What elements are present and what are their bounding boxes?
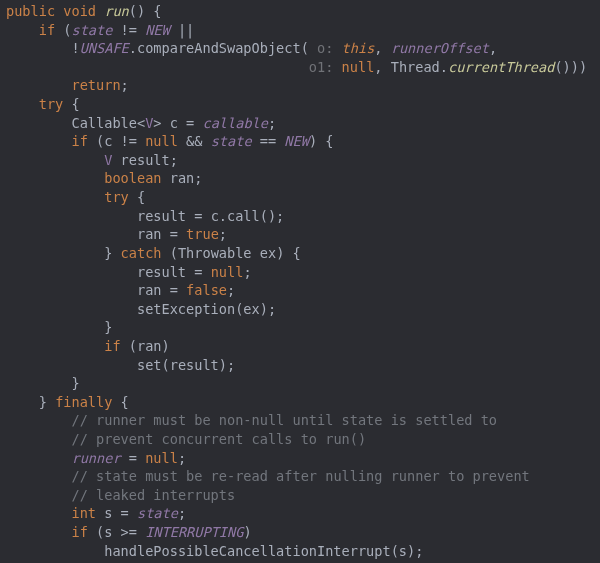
const-interrupting: INTERRUPTING — [145, 524, 243, 540]
fn-handle: handlePossibleCancellationInterrupt — [104, 543, 390, 559]
kw-true: true — [186, 226, 219, 242]
fn-setException: setException — [137, 301, 235, 317]
fn-set: set — [137, 357, 162, 373]
const-new-1: NEW — [145, 22, 170, 38]
kw-int: int — [71, 505, 96, 521]
kw-void: void — [63, 3, 96, 19]
const-new-2: NEW — [284, 133, 309, 149]
kw-if-3: if — [104, 338, 120, 354]
field-state-2: state — [211, 133, 252, 149]
kw-finally: finally — [55, 394, 112, 410]
kw-try-1: try — [39, 96, 64, 112]
kw-if-4: if — [71, 524, 87, 540]
kw-if-2: if — [71, 133, 87, 149]
kw-try-2: try — [104, 189, 129, 205]
var-result: result — [121, 152, 170, 168]
field-state-3: state — [137, 505, 178, 521]
kw-return: return — [71, 77, 120, 93]
klass-throwable: Throwable — [178, 245, 252, 261]
kw-catch: catch — [121, 245, 162, 261]
field-runnerOffset: runnerOffset — [391, 40, 489, 56]
comment-4: // leaked interrupts — [71, 487, 235, 503]
field-state: state — [72, 22, 113, 38]
var-ran: ran — [170, 170, 195, 186]
field-runner: runner — [71, 450, 120, 466]
kw-boolean: boolean — [104, 170, 161, 186]
kw-null-4: null — [145, 450, 178, 466]
comment-3: // state must be re-read after nulling r… — [71, 468, 529, 484]
hint-o: o: — [317, 40, 333, 56]
field-callable: callable — [202, 115, 267, 131]
var-ex: ex — [260, 245, 276, 261]
generic-V-2: V — [104, 152, 112, 168]
fn-run: run — [104, 3, 129, 19]
fn-call: call — [227, 208, 260, 224]
var-c: c — [170, 115, 178, 131]
klass-thread: Thread — [391, 59, 440, 75]
kw-public: public — [6, 3, 55, 19]
fn-currentThread: currentThread — [448, 59, 554, 75]
code-block: public void run() { if (state != NEW || … — [0, 0, 600, 563]
kw-this: this — [342, 40, 375, 56]
kw-null-1: null — [342, 59, 375, 75]
hint-o1: o1: — [309, 59, 334, 75]
comment-1: // runner must be non-null until state i… — [71, 412, 497, 428]
kw-null-2: null — [145, 133, 178, 149]
kw-false: false — [186, 282, 227, 298]
kw-if: if — [39, 22, 55, 38]
comment-2: // prevent concurrent calls to run() — [71, 431, 366, 447]
fn-cas: compareAndSwapObject — [137, 40, 301, 56]
var-s: s — [104, 505, 112, 521]
field-unsafe: UNSAFE — [80, 40, 129, 56]
klass-callable: Callable — [71, 115, 136, 131]
kw-null-3: null — [211, 264, 244, 280]
